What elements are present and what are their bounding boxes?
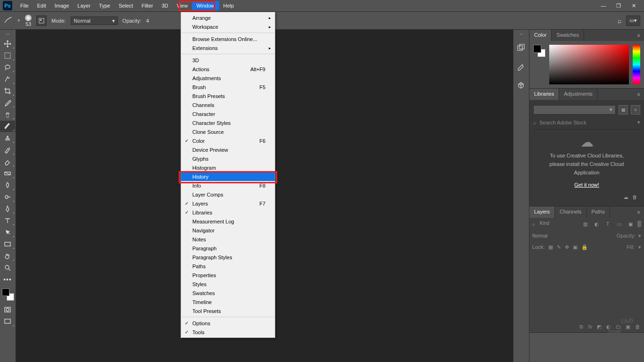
filter-pixel-icon[interactable]: ▧ bbox=[581, 220, 589, 228]
link-layers-icon[interactable]: ⧉ bbox=[579, 324, 583, 330]
view-list-icon[interactable]: ≡ bbox=[631, 105, 640, 115]
adjustment-layer-icon[interactable]: ◐ bbox=[606, 324, 611, 330]
menu-item-properties[interactable]: Properties bbox=[181, 271, 275, 280]
menu-item-navigator[interactable]: Navigator bbox=[181, 226, 275, 235]
tab-libraries[interactable]: Libraries bbox=[529, 89, 559, 100]
menu-image[interactable]: Image bbox=[50, 1, 74, 10]
panel-grip[interactable] bbox=[0, 33, 16, 36]
panel-menu-icon[interactable]: ≡ bbox=[634, 89, 644, 100]
menu-item-layer-comps[interactable]: Layer Comps bbox=[181, 190, 275, 199]
layer-mask-icon[interactable]: ◩ bbox=[597, 324, 602, 330]
library-select[interactable] bbox=[533, 105, 616, 115]
menu-item-history[interactable]: History bbox=[181, 172, 275, 181]
menu-item-browse-extensions-online-[interactable]: Browse Extensions Online... bbox=[181, 34, 275, 43]
rectangle-tool[interactable] bbox=[0, 239, 15, 250]
menu-item-extensions[interactable]: Extensions bbox=[181, 43, 275, 52]
menu-item-clone-source[interactable]: Clone Source bbox=[181, 127, 275, 136]
minimize-button[interactable]: — bbox=[601, 3, 606, 9]
healing-brush-tool[interactable] bbox=[0, 109, 15, 120]
menu-item-arrange[interactable]: Arrange bbox=[181, 13, 275, 22]
menu-item-channels[interactable]: Channels bbox=[181, 100, 275, 109]
crop-tool[interactable] bbox=[0, 85, 15, 97]
properties-panel-icon[interactable] bbox=[513, 60, 528, 73]
color-field[interactable] bbox=[549, 45, 629, 84]
brush-panel-toggle[interactable] bbox=[36, 16, 47, 26]
dodge-tool[interactable] bbox=[0, 191, 15, 203]
close-button[interactable]: ✕ bbox=[631, 3, 636, 9]
panel-menu-icon[interactable]: ≡ bbox=[634, 30, 644, 41]
path-select-tool[interactable] bbox=[0, 227, 15, 238]
menu-item-device-preview[interactable]: Device Preview bbox=[181, 145, 275, 154]
menu-item-timeline[interactable]: Timeline bbox=[181, 297, 275, 306]
cloud-sync-icon[interactable]: ☁ bbox=[623, 194, 628, 200]
menu-item-3d[interactable]: 3D bbox=[181, 56, 275, 65]
menu-item-info[interactable]: InfoF8 bbox=[181, 181, 275, 190]
tab-layers[interactable]: Layers bbox=[529, 206, 555, 218]
quick-mask-toggle[interactable] bbox=[0, 304, 15, 315]
menu-item-measurement-log[interactable]: Measurement Log bbox=[181, 217, 275, 226]
menu-help[interactable]: Help bbox=[219, 1, 239, 10]
menu-item-notes[interactable]: Notes bbox=[181, 235, 275, 244]
filter-adjustment-icon[interactable]: ◐ bbox=[592, 220, 601, 228]
eraser-tool[interactable] bbox=[0, 156, 15, 167]
zoom-tool[interactable] bbox=[0, 262, 15, 273]
lock-transparency-icon[interactable]: ▦ bbox=[548, 244, 553, 250]
menu-item-swatches[interactable]: Swatches bbox=[181, 288, 275, 297]
panel-menu-icon[interactable]: ≡ bbox=[634, 206, 644, 218]
brush-preview[interactable]: 53 bbox=[25, 15, 32, 27]
menu-filter[interactable]: Filter bbox=[137, 1, 157, 10]
hand-tool[interactable] bbox=[0, 250, 15, 262]
stock-search-input[interactable]: Search Adobe Stock bbox=[539, 120, 635, 125]
menu-view[interactable]: View bbox=[173, 1, 192, 10]
menu-item-paragraph[interactable]: Paragraph bbox=[181, 244, 275, 253]
blur-tool[interactable] bbox=[0, 180, 15, 191]
tool-preset-icon[interactable] bbox=[4, 16, 13, 25]
menu-item-tool-presets[interactable]: Tool Presets bbox=[181, 306, 275, 315]
group-icon[interactable]: 🗀 bbox=[616, 324, 621, 329]
menu-edit[interactable]: Edit bbox=[33, 1, 50, 10]
menu-item-character[interactable]: Character bbox=[181, 109, 275, 118]
menu-item-paragraph-styles[interactable]: Paragraph Styles bbox=[181, 253, 275, 262]
eyedropper-tool[interactable] bbox=[0, 97, 15, 108]
menu-item-brush[interactable]: BrushF5 bbox=[181, 82, 275, 91]
filter-smart-icon[interactable]: ▣ bbox=[626, 220, 635, 228]
hue-slider[interactable] bbox=[633, 45, 640, 84]
color-swatch[interactable] bbox=[2, 288, 14, 301]
menu-file[interactable]: File bbox=[16, 1, 33, 10]
menu-window[interactable]: Window bbox=[192, 1, 219, 10]
menu-item-layers[interactable]: ✓LayersF7 bbox=[181, 199, 275, 208]
panel-color-swatch[interactable] bbox=[533, 45, 545, 57]
menu-item-actions[interactable]: ActionsAlt+F9 bbox=[181, 65, 275, 74]
3d-panel-icon[interactable] bbox=[513, 79, 528, 91]
menu-item-styles[interactable]: Styles bbox=[181, 280, 275, 288]
lasso-tool[interactable] bbox=[0, 62, 15, 73]
menu-item-adjustments[interactable]: Adjustments bbox=[181, 74, 275, 82]
menu-item-brush-presets[interactable]: Brush Presets bbox=[181, 91, 275, 100]
menu-3d[interactable]: 3D bbox=[157, 1, 173, 10]
pen-tool[interactable] bbox=[0, 203, 15, 214]
menu-item-glyphs[interactable]: Glyphs bbox=[181, 154, 275, 163]
panel-grip[interactable] bbox=[513, 33, 529, 35]
trash-icon[interactable]: 🗑 bbox=[635, 324, 640, 329]
history-panel-icon[interactable] bbox=[513, 41, 528, 54]
get-it-now-link[interactable]: Get it now! bbox=[574, 182, 599, 188]
marquee-tool[interactable] bbox=[0, 50, 15, 61]
filter-shape-icon[interactable]: ▭ bbox=[615, 220, 623, 228]
layer-fx-icon[interactable]: fx bbox=[588, 324, 592, 329]
menu-type[interactable]: Type bbox=[95, 1, 115, 10]
type-tool[interactable] bbox=[0, 215, 15, 226]
gradient-tool[interactable] bbox=[0, 168, 15, 179]
dropdown-caret[interactable]: ▾ bbox=[637, 119, 640, 125]
menu-layer[interactable]: Layer bbox=[73, 1, 95, 10]
lock-artboard-icon[interactable]: ▣ bbox=[573, 244, 578, 250]
lock-image-icon[interactable]: ✎ bbox=[557, 244, 561, 250]
workspace-switcher[interactable]: ▭▾ bbox=[626, 16, 640, 26]
menu-item-options[interactable]: ✓Options bbox=[181, 319, 275, 328]
dropdown-caret[interactable]: ▾ bbox=[638, 244, 641, 250]
menu-item-workspace[interactable]: Workspace bbox=[181, 22, 275, 31]
tab-adjustments[interactable]: Adjustments bbox=[559, 89, 598, 100]
history-brush-tool[interactable] bbox=[0, 144, 15, 156]
dropdown-caret[interactable]: ▾ bbox=[638, 233, 641, 239]
layer-filter-kind[interactable]: Kind bbox=[538, 220, 578, 228]
tab-color[interactable]: Color bbox=[529, 30, 552, 41]
